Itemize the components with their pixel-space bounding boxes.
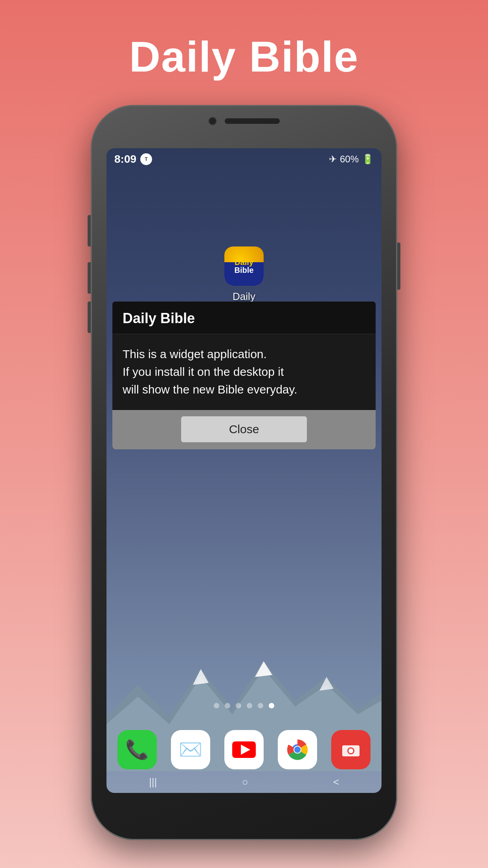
dock-mail-icon[interactable]: ✉️: [171, 730, 210, 769]
dot-6-active: [269, 703, 274, 708]
status-right: ✈ 60% 🔋: [329, 154, 374, 165]
battery-icon: 🔋: [362, 154, 374, 165]
airplane-icon: ✈: [329, 154, 337, 165]
front-camera: [208, 117, 217, 125]
page-dots: [214, 703, 274, 708]
dot-4: [247, 703, 252, 708]
dock-phone-icon[interactable]: 📞: [117, 730, 157, 769]
dialog-title: Daily Bible: [123, 310, 195, 326]
dock-chrome-icon[interactable]: [278, 730, 317, 769]
dot-1: [214, 703, 219, 708]
status-left: 8:09 T: [114, 153, 152, 166]
dot-2: [225, 703, 230, 708]
close-button[interactable]: Close: [181, 416, 307, 442]
battery-percent: 60%: [340, 154, 359, 165]
dialog-body: This is a widget application. If you ins…: [112, 334, 376, 410]
bottom-dock: 📞 ✉️: [117, 730, 371, 769]
home-nav-icon[interactable]: ○: [242, 776, 248, 788]
svg-point-15: [349, 748, 353, 753]
phone-mockup: 8:09 T ✈ 60% 🔋 Daily Bible: [91, 105, 397, 844]
recent-nav-icon[interactable]: <: [333, 776, 339, 788]
dialog-footer: Close: [112, 410, 376, 449]
top-bezel-area: [208, 117, 280, 125]
dialog: Daily Bible This is a widget application…: [112, 302, 376, 449]
back-nav-icon[interactable]: |||: [149, 776, 157, 788]
page-title: Daily Bible: [129, 31, 359, 81]
status-time: 8:09: [114, 153, 136, 166]
phone-screen: 8:09 T ✈ 60% 🔋 Daily Bible: [106, 148, 382, 793]
dialog-message: This is a widget application. If you ins…: [123, 345, 365, 398]
status-bar: 8:09 T ✈ 60% 🔋: [106, 148, 382, 170]
app-icon-bible-text: Bible: [235, 266, 254, 274]
app-icon-daily-text: Daily: [235, 258, 253, 266]
dot-5: [258, 703, 263, 708]
talk-icon: T: [140, 153, 152, 165]
dock-youtube-icon[interactable]: [224, 730, 264, 769]
dock-screenshot-icon[interactable]: [331, 730, 371, 769]
speaker-grille: [225, 118, 280, 124]
dialog-title-bar: Daily Bible: [112, 302, 376, 334]
svg-point-11: [294, 747, 301, 753]
nav-bar: ||| ○ <: [106, 771, 382, 793]
app-icon: Daily Bible: [224, 246, 264, 286]
dot-3: [236, 703, 241, 708]
phone-body: 8:09 T ✈ 60% 🔋 Daily Bible: [91, 105, 397, 840]
